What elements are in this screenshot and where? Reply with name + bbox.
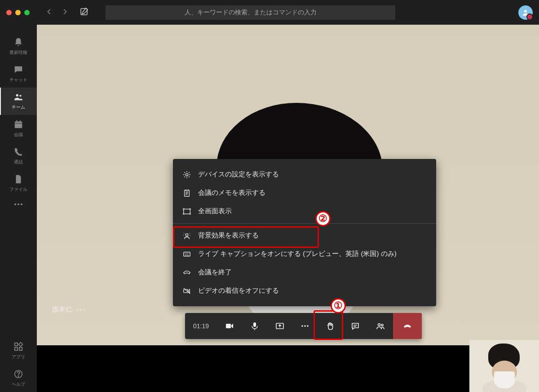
- menu-label: ライブ キャプションをオンにする (プレビュー、英語 (米国) のみ): [198, 250, 397, 258]
- search-placeholder: 人、キーワードの検索、またはコマンドの入力: [185, 9, 317, 17]
- svg-rect-12: [19, 342, 23, 346]
- menu-divider: [173, 223, 436, 224]
- svg-point-31: [304, 325, 306, 327]
- menu-item-incoming-video-off[interactable]: ビデオの着信をオフにする: [173, 282, 436, 300]
- svg-point-33: [378, 324, 380, 326]
- sidebar-label: 最新情報: [9, 49, 27, 56]
- window-controls: [6, 10, 30, 15]
- maximize-window-icon[interactable]: [24, 10, 30, 15]
- camera-button[interactable]: [217, 313, 242, 339]
- sidebar-item-teams[interactable]: チーム: [0, 88, 37, 115]
- participant-nameplate[interactable]: 坂本仁: [52, 305, 85, 314]
- svg-point-18: [80, 309, 81, 310]
- menu-label: 会議のメモを表示する: [198, 189, 265, 197]
- svg-point-19: [83, 309, 84, 310]
- menu-label: 会議を終了: [198, 268, 232, 277]
- meeting-stage: 坂本仁 デバイスの設定を表示する 会議のメモを表示する 全画面表示: [37, 25, 539, 392]
- sidebar-label: ヘルプ: [12, 381, 25, 388]
- hangup-button[interactable]: [393, 313, 422, 339]
- menu-item-meeting-notes[interactable]: 会議のメモを表示する: [173, 184, 436, 202]
- annotation-marker-1: ①: [331, 298, 346, 313]
- annotation-marker-2: ②: [315, 211, 331, 226]
- sidebar-label: ファイル: [9, 186, 27, 193]
- sidebar-item-calls[interactable]: 通話: [0, 142, 37, 170]
- annotation-highlight-1: [314, 310, 343, 340]
- svg-point-8: [14, 203, 16, 205]
- sidebar-label: チーム: [12, 104, 25, 110]
- svg-point-17: [77, 309, 78, 310]
- sidebar-label: 通話: [14, 159, 23, 165]
- sidebar-item-calendar[interactable]: 会議: [0, 115, 37, 142]
- sidebar-label: 会議: [14, 132, 23, 138]
- menu-item-fullscreen[interactable]: 全画面表示: [173, 202, 436, 220]
- svg-point-30: [301, 325, 303, 327]
- sidebar-label: アプリ: [12, 354, 25, 360]
- profile-avatar[interactable]: [518, 5, 533, 20]
- sidebar-item-apps[interactable]: アプリ: [0, 337, 37, 365]
- search-input[interactable]: 人、キーワードの検索、またはコマンドの入力: [106, 5, 395, 20]
- compose-button[interactable]: [80, 7, 89, 18]
- share-button[interactable]: [267, 313, 292, 339]
- sidebar-item-files[interactable]: ファイル: [0, 170, 37, 197]
- svg-rect-14: [19, 348, 22, 350]
- menu-item-end-meeting[interactable]: 会議を終了: [173, 263, 436, 282]
- main-video-feed: 坂本仁 デバイスの設定を表示する 会議のメモを表示する 全画面表示: [37, 25, 539, 345]
- svg-point-34: [381, 324, 383, 326]
- svg-rect-6: [16, 120, 17, 123]
- meeting-toolbar: 01:19: [185, 313, 422, 339]
- sidebar-more-button[interactable]: [0, 197, 37, 211]
- menu-item-device-settings[interactable]: デバイスの設定を表示する: [173, 165, 436, 184]
- svg-rect-7: [20, 120, 21, 123]
- svg-rect-11: [15, 343, 18, 346]
- svg-point-3: [20, 95, 22, 97]
- stage-lower-area: [37, 345, 539, 392]
- menu-label: ビデオの着信をオフにする: [198, 286, 279, 295]
- mic-button[interactable]: [242, 313, 267, 339]
- participants-button[interactable]: [368, 313, 393, 339]
- back-button[interactable]: [46, 9, 53, 17]
- minimize-window-icon[interactable]: [15, 10, 21, 15]
- forward-button[interactable]: [62, 9, 68, 17]
- menu-label: 全画面表示: [198, 207, 232, 216]
- svg-text:CC: CC: [185, 252, 189, 255]
- app-rail: 最新情報 チャット チーム 会議 通話 ファイル: [0, 25, 37, 392]
- svg-point-10: [21, 203, 22, 205]
- svg-rect-27: [226, 324, 231, 328]
- svg-point-32: [307, 325, 309, 327]
- chat-button[interactable]: [343, 313, 368, 339]
- call-duration: 01:19: [185, 313, 217, 339]
- sidebar-item-chat[interactable]: チャット: [0, 60, 37, 88]
- svg-point-9: [18, 203, 19, 205]
- svg-rect-22: [184, 209, 190, 214]
- self-view[interactable]: [469, 340, 539, 392]
- sidebar-item-activity[interactable]: 最新情報: [0, 33, 37, 60]
- svg-rect-5: [15, 123, 22, 123]
- svg-rect-4: [15, 122, 22, 128]
- sidebar-label: チャット: [9, 77, 27, 83]
- svg-point-20: [186, 173, 188, 176]
- annotation-highlight-2: [173, 226, 319, 248]
- title-bar: 人、キーワードの検索、またはコマンドの入力: [0, 0, 539, 25]
- participant-name: 坂本仁: [52, 305, 72, 314]
- sidebar-item-help[interactable]: ヘルプ: [0, 365, 37, 392]
- menu-label: デバイスの設定を表示する: [198, 170, 279, 179]
- close-window-icon[interactable]: [6, 10, 12, 15]
- svg-point-1: [524, 10, 527, 13]
- svg-point-2: [16, 94, 19, 97]
- svg-rect-28: [253, 322, 256, 327]
- svg-point-16: [18, 376, 18, 376]
- svg-rect-13: [15, 348, 18, 350]
